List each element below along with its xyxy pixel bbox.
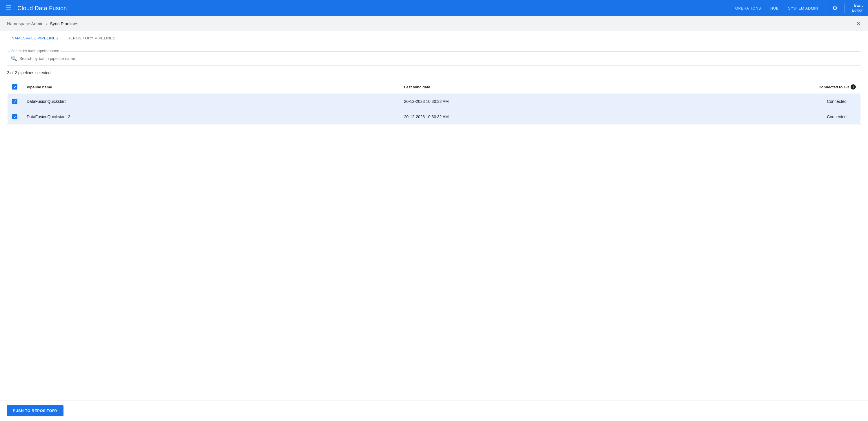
row1-git-status: Connected <box>827 99 846 104</box>
top-nav: ☰ Cloud Data Fusion OPERATIONS HUB SYSTE… <box>0 0 868 16</box>
search-label: Search by batch pipeline name <box>10 49 60 53</box>
search-row: 🔍 <box>11 53 857 64</box>
nav-divider-2 <box>844 3 845 13</box>
breadcrumb-current: Sync Pipelines <box>50 21 78 26</box>
gear-icon[interactable]: ⚙ <box>832 5 838 11</box>
close-icon[interactable]: ✕ <box>856 20 861 27</box>
search-input[interactable] <box>20 56 857 61</box>
nav-hub[interactable]: HUB <box>770 6 779 10</box>
nav-operations[interactable]: OPERATIONS <box>735 6 761 10</box>
pipeline-table-wrapper: ✓ Pipeline name Last sync date Connected… <box>7 80 861 125</box>
select-all-checkbox[interactable]: ✓ <box>12 84 18 90</box>
nav-divider <box>825 3 826 13</box>
row2-checkbox-cell: ✓ <box>7 109 22 125</box>
breadcrumb-parent[interactable]: Namespace Admin <box>7 21 43 26</box>
search-icon: 🔍 <box>11 55 17 62</box>
nav-system-admin[interactable]: SYSTEM ADMIN <box>788 6 818 10</box>
row2-git-status: Connected <box>827 115 846 119</box>
row2-name: DataFusionQuickstart_2 <box>22 109 400 125</box>
row1-git-status-cell: Connected ⋮ <box>651 94 861 109</box>
tabs: NAMESPACE PIPELINES REPOSITORY PIPELINES <box>7 31 861 44</box>
table-header-row: ✓ Pipeline name Last sync date Connected… <box>7 80 861 94</box>
hamburger-icon[interactable]: ☰ <box>5 3 13 13</box>
main-content: NAMESPACE PIPELINES REPOSITORY PIPELINES… <box>0 31 868 155</box>
row1-sync-date: 20-12-2023 10:30:32 AM <box>400 94 651 109</box>
row2-more-icon[interactable]: ⋮ <box>850 113 856 120</box>
app-logo: Cloud Data Fusion <box>18 5 731 11</box>
col-header-git: Connected to Git i <box>651 80 861 94</box>
row1-checkbox-cell: ✓ <box>7 94 22 109</box>
breadcrumb-separator: › <box>46 21 48 27</box>
row2-sync-date: 20-12-2023 10:30:32 AM <box>400 109 651 125</box>
row2-git-status-cell: Connected ⋮ <box>651 109 861 125</box>
row2-checkbox[interactable]: ✓ <box>12 114 18 119</box>
tab-namespace-pipelines[interactable]: NAMESPACE PIPELINES <box>7 31 63 44</box>
nav-links: OPERATIONS HUB SYSTEM ADMIN <box>735 6 818 10</box>
search-container: Search by batch pipeline name 🔍 <box>7 51 861 66</box>
table-row: ✓ DataFusionQuickstart 20-12-2023 10:30:… <box>7 94 861 109</box>
tab-repository-pipelines[interactable]: REPOSITORY PIPELINES <box>63 31 120 44</box>
row1-name: DataFusionQuickstart <box>22 94 400 109</box>
pipeline-table: ✓ Pipeline name Last sync date Connected… <box>7 80 861 125</box>
col-header-checkbox: ✓ <box>7 80 22 94</box>
col-header-sync: Last sync date <box>400 80 651 94</box>
git-info-icon[interactable]: i <box>850 84 856 90</box>
breadcrumb-bar: Namespace Admin › Sync Pipelines ✕ <box>0 16 868 31</box>
table-row: ✓ DataFusionQuickstart_2 20-12-2023 10:3… <box>7 109 861 125</box>
breadcrumb: Namespace Admin › Sync Pipelines <box>7 21 78 27</box>
edition-label: BasicEdition <box>852 3 863 13</box>
row1-more-icon[interactable]: ⋮ <box>850 98 856 105</box>
row1-checkbox[interactable]: ✓ <box>12 99 18 104</box>
col-header-name: Pipeline name <box>22 80 400 94</box>
selection-count: 2 of 2 pipelines selected <box>7 70 861 75</box>
